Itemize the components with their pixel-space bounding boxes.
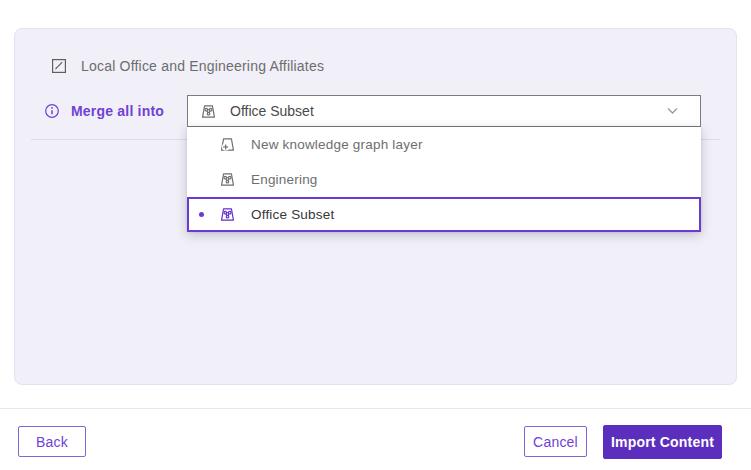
merge-target-select[interactable]: Office Subset	[187, 95, 701, 127]
import-dialog: Local Office and Engineering Affiliates …	[0, 0, 751, 470]
info-icon[interactable]	[44, 103, 60, 119]
chevron-down-icon	[667, 107, 678, 115]
select-value: Office Subset	[230, 103, 654, 119]
dropdown-option-label: Office Subset	[251, 207, 334, 222]
knowledge-graph-layer-icon	[200, 103, 217, 120]
dropdown-option-enginering[interactable]: Enginering	[187, 162, 701, 197]
knowledge-graph-layer-icon	[219, 206, 237, 223]
dropdown-option-office-subset[interactable]: Office Subset	[187, 197, 701, 232]
new-knowledge-graph-layer-icon	[219, 136, 237, 153]
cancel-button[interactable]: Cancel	[524, 426, 587, 457]
bullet-slot	[199, 212, 219, 217]
import-content-button[interactable]: Import Content	[603, 425, 722, 459]
merge-row: Merge all into	[44, 101, 164, 121]
source-layer-label: Local Office and Engineering Affiliates	[81, 58, 324, 74]
source-layer-row: Local Office and Engineering Affiliates	[51, 56, 324, 76]
sketch-layer-icon	[51, 58, 67, 74]
dropdown-option-label: Enginering	[251, 172, 318, 187]
dropdown-option-new-knowledge-graph-layer[interactable]: New knowledge graph layer	[187, 127, 701, 162]
dropdown-option-label: New knowledge graph layer	[251, 137, 423, 152]
back-button[interactable]: Back	[18, 426, 86, 457]
footer-divider	[0, 408, 751, 409]
knowledge-graph-layer-icon	[219, 171, 237, 188]
merge-target-dropdown: New knowledge graph layer Enginering	[187, 127, 701, 232]
merge-all-into-label: Merge all into	[71, 103, 164, 119]
import-panel: Local Office and Engineering Affiliates …	[14, 28, 737, 385]
selected-bullet	[199, 212, 204, 217]
